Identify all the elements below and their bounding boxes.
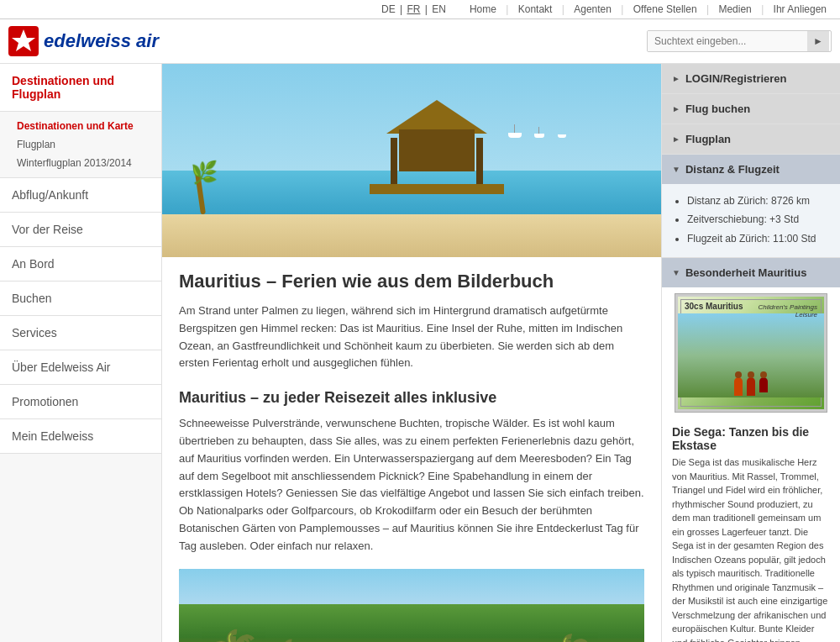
stamp-label: 30cs Mauritius (685, 302, 743, 311)
sidebar: Destinationen und Flugplan Destinationen… (0, 64, 162, 642)
content-body: Mauritius – Ferien wie aus dem Bilderbuc… (162, 257, 661, 642)
search-input[interactable] (648, 31, 807, 51)
sega-title: Die Sega: Tanzen bis die Ekstase (672, 425, 830, 452)
nav-anliegen[interactable]: Ihr Anliegen (774, 3, 827, 15)
sega-text: Die Sega ist das musikalische Herz von M… (662, 455, 840, 642)
beach-hut (386, 100, 487, 184)
distanz-list: Distanz ab Zürich: 8726 km Zeitverschieb… (674, 192, 828, 247)
chevron-down-icon: ▼ (672, 165, 680, 174)
content-image-2: 🌴 🌴 🌴 🌴 (179, 569, 644, 642)
content-intro: Am Strand unter Palmen zu liegen, währen… (179, 303, 644, 372)
chevron-right-icon-3: ► (672, 134, 680, 144)
search-box: ► (647, 30, 832, 52)
sidebar-item-destinationen[interactable]: Destinationen und Flugplan (0, 64, 161, 112)
logo-icon (8, 26, 39, 56)
page-title: Mauritius – Ferien wie aus dem Bilderbuc… (179, 271, 644, 292)
rs-stamp-container: 30cs Mauritius Children's Paintings Leis… (662, 287, 840, 418)
rs-item-login: ► LOGIN/Registrieren (662, 64, 840, 94)
nav-kontakt[interactable]: Kontakt (518, 3, 553, 15)
sidebar-item-an-bord[interactable]: An Bord (0, 247, 161, 282)
language-switcher: DE | FR | EN (380, 3, 448, 15)
rs-label-flug-buchen: Flug buchen (685, 103, 750, 115)
rs-header-flugplan[interactable]: ► Flugplan (662, 124, 840, 154)
rs-header-besonderheit[interactable]: ▼ Besonderheit Mauritius (662, 258, 840, 287)
sidebar-item-mein-edelweiss[interactable]: Mein Edelweiss (0, 419, 161, 454)
sidebar-item-promotionen[interactable]: Promotionen (0, 385, 161, 419)
lang-en[interactable]: EN (432, 3, 446, 15)
rs-header-flug-buchen[interactable]: ► Flug buchen (662, 94, 840, 124)
rs-label-login: LOGIN/Registrieren (685, 72, 787, 85)
nav-agenten[interactable]: Agenten (574, 3, 612, 15)
logo[interactable]: edelweiss air (8, 26, 159, 56)
stamp-figures (734, 377, 768, 396)
chevron-down-icon-2: ▼ (672, 268, 680, 277)
hero-image: 🌿 (162, 64, 661, 257)
logo-text: edelweiss air (44, 30, 159, 52)
main-nav-links: Home | Kontakt | Agenten | Offene Stelle… (465, 3, 832, 15)
rs-header-distanz[interactable]: ▼ Distanz & Flugzeit (662, 155, 840, 184)
rs-label-flugplan: Flugplan (685, 133, 731, 145)
content-subtitle: Mauritius – zu jeder Reisezeit alles ink… (179, 389, 644, 407)
header: edelweiss air ► (0, 19, 840, 64)
lang-de[interactable]: DE (381, 3, 396, 15)
rs-item-flug-buchen: ► Flug buchen (662, 94, 840, 124)
nav-offene-stellen[interactable]: Offene Stellen (633, 3, 697, 15)
rs-header-login[interactable]: ► LOGIN/Registrieren (662, 64, 840, 93)
sidebar-section-destinationen: Destinationen und Flugplan Destinationen… (0, 64, 161, 178)
sidebar-item-abflug[interactable]: Abflug/Ankunft (0, 178, 161, 213)
distanz-item-3: Flugzeit ab Zürich: 11:00 Std (687, 230, 828, 247)
sidebar-sub-winterflugplan[interactable]: Winterflugplan 2013/2014 (0, 154, 161, 172)
nav-home[interactable]: Home (470, 3, 496, 15)
boats (503, 128, 571, 140)
content-area: 🌿 Mauritius – Ferien wie aus dem Bilderb… (162, 64, 661, 642)
mauritius-stamp: 30cs Mauritius Children's Paintings Leis… (675, 294, 827, 412)
distanz-item-1: Distanz ab Zürich: 8726 km (687, 192, 828, 209)
sidebar-sub-items: Destinationen und Karte Flugplan Winterf… (0, 112, 161, 177)
rs-item-distanz: ▼ Distanz & Flugzeit Distanz ab Zürich: … (662, 155, 840, 258)
rs-item-flugplan: ► Flugplan (662, 124, 840, 155)
main-container: Destinationen und Flugplan Destinationen… (0, 64, 840, 642)
sidebar-sub-flugplan[interactable]: Flugplan (0, 135, 161, 154)
rs-label-besonderheit: Besonderheit Mauritius (685, 266, 806, 279)
lang-fr[interactable]: FR (407, 3, 420, 15)
right-sidebar: ► LOGIN/Registrieren ► Flug buchen ► Flu… (661, 64, 840, 642)
rs-item-besonderheit: ▼ Besonderheit Mauritius 30cs Mauritius … (662, 258, 840, 642)
chevron-right-icon-2: ► (672, 104, 680, 113)
stamp-sub-text: Children's Paintings Leisure (759, 303, 817, 318)
sidebar-item-services[interactable]: Services (0, 316, 161, 350)
palm-tree-left: 🌿 (192, 168, 206, 214)
nav-medien[interactable]: Medien (718, 3, 751, 15)
sidebar-item-uber-edelweiss[interactable]: Über Edelweiss Air (0, 350, 161, 385)
rs-body-distanz: Distanz ab Zürich: 8726 km Zeitverschieb… (662, 184, 840, 257)
sidebar-item-vor-der-reise[interactable]: Vor der Reise (0, 213, 161, 247)
distanz-item-2: Zeitverschiebung: +3 Std (687, 211, 828, 228)
sand (162, 214, 661, 257)
sidebar-sub-destinationen-karte[interactable]: Destinationen und Karte (0, 117, 161, 135)
search-button[interactable]: ► (807, 31, 829, 51)
chevron-right-icon: ► (672, 74, 680, 83)
content-body-text: Schneeweisse Pulverstrände, verwunschene… (179, 415, 644, 555)
sidebar-item-buchen[interactable]: Buchen (0, 282, 161, 316)
top-nav: DE | FR | EN Home | Kontakt | Agenten | … (0, 0, 840, 19)
rs-label-distanz: Distanz & Flugzeit (685, 163, 780, 176)
